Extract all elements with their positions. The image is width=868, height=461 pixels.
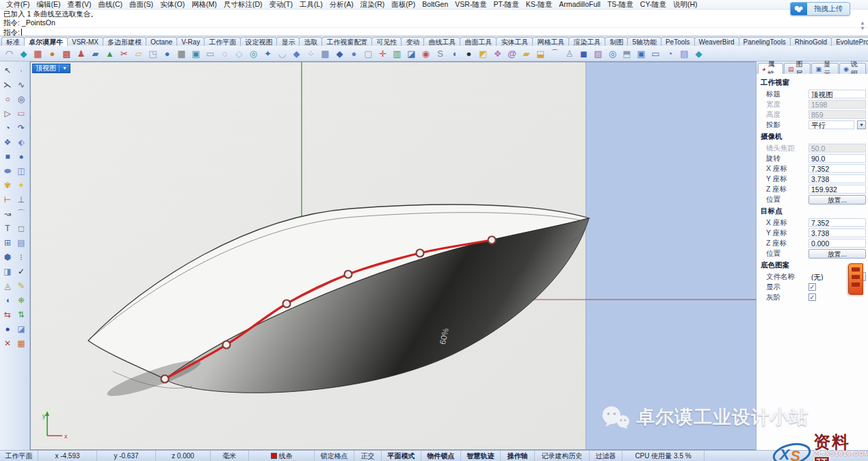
panel-tab-图层[interactable]: ▤图层 [784, 63, 811, 74]
toolbar-tab-17[interactable]: 渲染工具 [568, 37, 605, 46]
toolbar-tab-4[interactable]: Octane [146, 37, 177, 46]
field-value[interactable]: 90.0 [808, 154, 866, 163]
place-button[interactable]: 放置... [808, 249, 866, 259]
menu-item-15[interactable]: PT-随意 [490, 0, 522, 10]
top-toolbar-icon-11[interactable]: ● [160, 47, 174, 60]
toolbar-tab-21[interactable]: WeaverBird [694, 37, 739, 46]
field-value[interactable]: 平行 [808, 120, 854, 129]
top-toolbar-icon-22[interactable]: ▦ [318, 47, 332, 60]
control-point-5[interactable] [488, 237, 496, 244]
top-toolbar-icon-18[interactable]: ✦ [261, 47, 275, 60]
toolbar-tab-9[interactable]: 选取 [299, 37, 322, 46]
top-toolbar-icon-29[interactable]: ◉ [419, 47, 433, 60]
menu-item-14[interactable]: VSR-随意 [451, 0, 490, 10]
status-y-coord[interactable]: y -0.637 [97, 451, 156, 461]
top-toolbar-icon-32[interactable]: ● [462, 47, 476, 60]
status-ortho[interactable]: 正交 [354, 451, 382, 461]
top-toolbar-icon-8[interactable]: ✂ [117, 47, 131, 60]
chevron-down-icon[interactable]: ▼ [857, 120, 866, 129]
top-toolbar-icon-13[interactable]: ▣ [189, 47, 203, 60]
menu-item-3[interactable]: 曲线(C) [94, 0, 126, 10]
status-layer[interactable]: 线条 [249, 451, 315, 461]
left-toolbar-icon-36[interactable]: ● [1, 321, 14, 336]
top-toolbar-icon-33[interactable]: ◩ [476, 47, 490, 60]
top-toolbar-icon-38[interactable]: ⌒ [548, 47, 562, 60]
top-toolbar-icon-30[interactable]: S [433, 47, 447, 60]
checkbox-显示[interactable]: ✓ [808, 283, 816, 291]
menu-item-9[interactable]: 工具(L) [296, 0, 326, 10]
left-toolbar-icon-22[interactable]: T [1, 221, 14, 235]
panel-tab-说明[interactable]: ◉说明 [839, 63, 866, 74]
toolbar-tab-16[interactable]: 网格工具 [532, 37, 569, 46]
top-toolbar-icon-35[interactable]: @ [505, 47, 519, 60]
menu-item-16[interactable]: KS-随意 [523, 0, 556, 10]
command-scroll-arrows[interactable]: ▲▼ [860, 21, 865, 31]
left-toolbar-icon-12[interactable]: ■ [1, 149, 14, 163]
left-toolbar-icon-10[interactable]: ❖ [1, 135, 14, 149]
top-toolbar-icon-3[interactable]: ● [45, 47, 60, 60]
left-toolbar-icon-34[interactable]: ⇆ [1, 307, 14, 321]
toolbar-tab-22[interactable]: PanelingTools [739, 37, 791, 46]
top-toolbar-icon-0[interactable]: ◠ [2, 47, 16, 60]
top-toolbar-icon-6[interactable]: ▰ [88, 47, 103, 60]
toolbar-tab-20[interactable]: PeTools [661, 37, 695, 46]
left-toolbar-icon-27[interactable]: ⁝ [14, 250, 28, 264]
toolbar-tab-15[interactable]: 实体工具 [496, 37, 533, 46]
control-point-3[interactable] [345, 271, 352, 278]
menu-item-11[interactable]: 渲染(R) [357, 0, 389, 10]
top-toolbar-icon-36[interactable]: ▰ [519, 47, 534, 60]
top-toolbar-icon-24[interactable]: ● [347, 47, 361, 60]
top-toolbar-icon-9[interactable]: ▱ [131, 47, 146, 60]
command-input[interactable]: 指令: [0, 27, 868, 36]
left-toolbar-icon-28[interactable]: ◨ [1, 264, 14, 278]
left-toolbar-icon-16[interactable]: ✾ [1, 178, 14, 192]
toolbar-tab-14[interactable]: 曲面工具 [460, 37, 497, 46]
top-toolbar-icon-40[interactable]: ◼ [577, 47, 591, 60]
field-value[interactable]: 159.932 [808, 185, 866, 194]
left-toolbar-icon-26[interactable]: ⬢ [1, 250, 14, 264]
top-toolbar-icon-37[interactable]: ⬓ [534, 47, 548, 60]
field-value[interactable]: 3.738 [808, 228, 866, 237]
toolbar-tab-8[interactable]: 显示 [276, 37, 300, 46]
top-toolbar-icon-45[interactable]: ▭ [648, 47, 663, 60]
left-toolbar-icon-4[interactable]: ○ [1, 92, 14, 106]
left-toolbar-icon-30[interactable]: ◬ [1, 278, 14, 293]
left-toolbar-icon-5[interactable]: ◎ [14, 92, 28, 106]
left-toolbar-icon-32[interactable]: ◖ [1, 293, 14, 307]
status-units[interactable]: 毫米 [211, 451, 249, 461]
top-toolbar-icon-42[interactable]: ◎ [605, 47, 620, 60]
toolbar-tab-0[interactable]: 标准 [1, 37, 25, 46]
top-toolbar-icon-15[interactable]: ◌ [218, 47, 232, 60]
toolbar-tab-5[interactable]: V-Ray [176, 37, 205, 46]
left-toolbar-icon-39[interactable]: ▦ [14, 336, 28, 350]
status-osnap[interactable]: 物件锁点 [421, 451, 461, 461]
menu-item-10[interactable]: 分析(A) [326, 0, 357, 10]
status-z-coord[interactable]: z 0.000 [156, 451, 211, 461]
top-toolbar-icon-16[interactable]: ◇ [232, 47, 246, 60]
status-cpu-usage[interactable]: CPU 使用量 3.5 % [622, 451, 705, 461]
top-toolbar-icon-1[interactable]: ◆ [16, 47, 31, 60]
left-toolbar-icon-18[interactable]: ⊢ [1, 192, 14, 207]
left-toolbar-icon-15[interactable]: ◫ [14, 163, 28, 178]
top-toolbar-icon-48[interactable]: ◆ [692, 47, 706, 60]
left-toolbar-icon-17[interactable]: ✦ [14, 178, 28, 192]
left-toolbar-icon-31[interactable]: ✎ [14, 278, 28, 293]
toolbar-tab-13[interactable]: 曲线工具 [423, 37, 460, 46]
control-point-4[interactable] [417, 250, 424, 257]
control-point-1[interactable] [223, 341, 231, 349]
floating-plugin-badge[interactable] [848, 263, 863, 295]
top-toolbar-icon-17[interactable]: ◎ [246, 47, 261, 60]
menu-item-1[interactable]: 编辑(E) [33, 0, 64, 10]
menu-item-6[interactable]: 网格(M) [188, 0, 220, 10]
menu-item-19[interactable]: CY-随意 [637, 0, 670, 10]
left-toolbar-icon-14[interactable]: ⬬ [1, 163, 14, 178]
control-point-2[interactable] [283, 300, 291, 308]
top-toolbar-icon-12[interactable]: ▦ [174, 47, 189, 60]
top-toolbar-icon-4[interactable]: ▩ [60, 47, 74, 60]
top-toolbar-icon-10[interactable]: ◳ [146, 47, 160, 60]
left-toolbar-icon-8[interactable]: ◔ [1, 120, 14, 135]
panel-tab-属性[interactable]: ◕属性 [758, 63, 783, 74]
toolbar-tab-12[interactable]: 变动 [401, 37, 424, 46]
status-filter[interactable]: 过滤器 [590, 451, 622, 461]
panel-tab-显示[interactable]: ▣显示 [811, 63, 839, 74]
